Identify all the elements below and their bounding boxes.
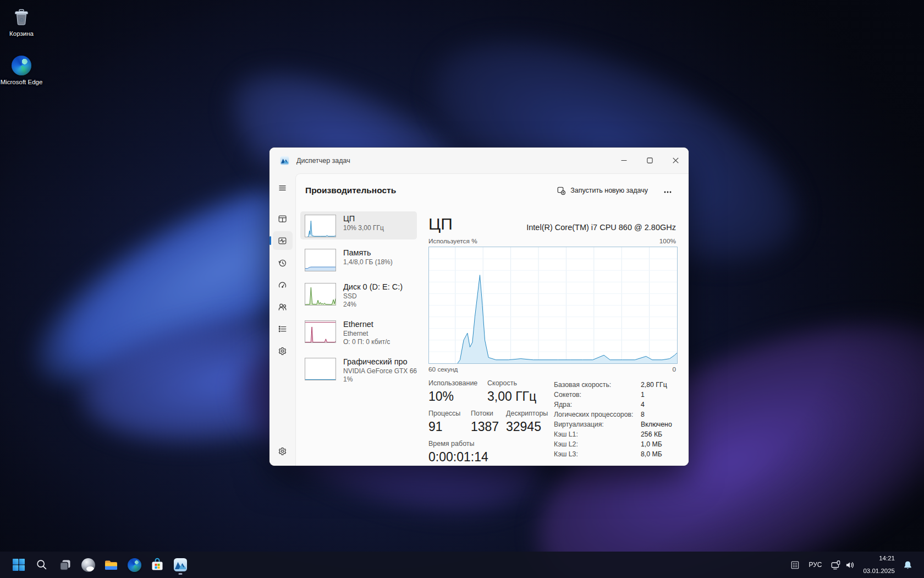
window-titlebar[interactable]: Диспетчер задач: [270, 148, 689, 173]
navigation-rail: [270, 173, 295, 466]
microsoft-store-icon: [150, 558, 164, 572]
cpu-usage-chart: [428, 247, 678, 364]
perf-item-detail: SSD: [343, 292, 403, 301]
taskbar-file-explorer-button[interactable]: [100, 554, 122, 576]
content-header: Производительность Запустить новую задач…: [296, 174, 689, 207]
task-view-icon: [59, 559, 72, 571]
cpu-stats-primary: Использование 10% Скорость 3,00 ГГц: [428, 379, 554, 466]
perf-item-cpu[interactable]: ЦП 10% 3,00 ГГц: [300, 211, 417, 239]
settings-button[interactable]: [273, 441, 293, 460]
performance-icon: [278, 236, 287, 246]
usage-stat: Использование 10%: [428, 379, 487, 405]
cpu-panel-title: ЦП: [428, 215, 453, 233]
svg-text:♻: ♻: [19, 17, 24, 23]
tray-hidden-icons-button[interactable]: [787, 554, 803, 576]
tray-network-volume-button[interactable]: [827, 554, 859, 576]
system-tray: РУС 14:21 03.01.2025: [787, 554, 916, 576]
close-icon: [673, 157, 679, 163]
edge-icon: [128, 558, 141, 572]
nav-startup-apps[interactable]: [273, 275, 293, 294]
recycle-bin-icon: ♻: [11, 7, 32, 28]
logical-processors-row: Логических процессоров:8: [554, 410, 676, 419]
cpu-thumbnail-chart: [305, 215, 336, 237]
taskbar-edge-button[interactable]: [123, 554, 145, 576]
taskbar-task-manager-button[interactable]: [169, 554, 191, 576]
memory-thumbnail-chart: [305, 249, 336, 271]
taskbar-search-button[interactable]: [31, 554, 53, 576]
nav-performance[interactable]: [273, 231, 293, 250]
taskbar-microsoft-store-button[interactable]: [146, 554, 168, 576]
taskbar-task-view-button[interactable]: [54, 554, 76, 576]
base-speed-row: Базовая скорость:2,80 ГГц: [554, 380, 676, 390]
file-explorer-icon: [104, 558, 118, 572]
perf-item-title: Диск 0 (D: E: C:): [343, 282, 403, 292]
time-zero-label: 0: [672, 366, 676, 373]
threads-stat: Потоки 1387: [471, 410, 506, 435]
tray-notification-bell-button[interactable]: [899, 554, 916, 576]
users-icon: [278, 302, 287, 312]
minimize-button[interactable]: [611, 148, 637, 173]
virtualization-row: Виртуализация:Включено: [554, 419, 676, 429]
usage-max-label: 100%: [659, 237, 676, 245]
perf-item-title: Ethernet: [343, 319, 390, 330]
notification-bell-icon: [903, 560, 912, 570]
cpu-detail-panel: ЦП Intel(R) Core(TM) i7 CPU 860 @ 2.80GH…: [428, 211, 676, 466]
cpu-model-name: Intel(R) Core(TM) i7 CPU 860 @ 2.80GHz: [526, 223, 676, 233]
disk-thumbnail-chart: [305, 283, 336, 306]
navigation-menu-button[interactable]: [273, 178, 293, 197]
hidden-icons-grid-icon: [791, 561, 799, 569]
edge-icon: [11, 55, 32, 76]
windows-start-icon: [12, 558, 25, 571]
desktop-icon-edge[interactable]: Microsoft Edge: [0, 55, 43, 86]
new-task-icon: [557, 187, 565, 195]
uptime-stat: Время работы 0:00:01:14: [428, 440, 493, 465]
running-indicator: [179, 573, 183, 575]
sockets-row: Сокетов:1: [554, 390, 676, 400]
ethernet-thumbnail-chart: [305, 320, 336, 343]
nav-app-history[interactable]: [273, 253, 293, 272]
taskbar: РУС 14:21 03.01.2025: [0, 552, 924, 578]
speed-stat: Скорость 3,00 ГГц: [487, 379, 541, 405]
tray-clock-button[interactable]: 14:21 03.01.2025: [859, 554, 899, 576]
hamburger-icon: [278, 183, 287, 193]
performance-metric-list: ЦП 10% 3,00 ГГц Память 1,4/8,0 ГБ (18%): [300, 211, 417, 466]
perf-item-memory[interactable]: Память 1,4/8,0 ГБ (18%): [300, 246, 417, 274]
tray-time: 14:21: [879, 555, 895, 563]
maximize-button[interactable]: [637, 148, 663, 173]
copilot-icon: [81, 558, 95, 572]
nav-users[interactable]: [273, 297, 293, 316]
close-button[interactable]: [663, 148, 689, 173]
perf-item-detail: 24%: [343, 301, 403, 309]
taskbar-start-button[interactable]: [8, 554, 30, 576]
settings-gear-icon: [278, 446, 287, 456]
perf-item-ethernet[interactable]: Ethernet Ethernet О: 0 П: 0 кбит/с: [300, 317, 417, 348]
usage-axis-label: Используется %: [428, 237, 477, 245]
l3-cache-row: Кэш L3:8,0 МБ: [554, 449, 676, 459]
minimize-icon: [621, 157, 627, 163]
nav-processes[interactable]: [273, 209, 293, 228]
details-icon: [278, 324, 287, 334]
tray-language-button[interactable]: РУС: [803, 554, 827, 576]
tray-date: 03.01.2025: [863, 568, 895, 575]
run-new-task-button[interactable]: Запустить новую задачу: [552, 183, 653, 199]
maximize-icon: [647, 157, 653, 163]
task-manager-window: Диспетчер задач: [270, 148, 689, 466]
services-icon: [278, 346, 287, 356]
task-manager-app-icon: [280, 156, 289, 165]
perf-item-detail: 1,4/8,0 ГБ (18%): [343, 258, 393, 266]
window-title: Диспетчер задач: [296, 157, 350, 165]
perf-item-disk-0[interactable]: Диск 0 (D: E: C:) SSD 24%: [300, 280, 417, 311]
app-history-icon: [278, 258, 287, 268]
perf-item-gpu[interactable]: Графический про NVIDIA GeForce GTX 66 1%: [300, 355, 417, 386]
task-manager-icon: [173, 558, 188, 572]
nav-details[interactable]: [273, 319, 293, 338]
perf-item-detail: 10% 3,00 ГГц: [343, 224, 384, 232]
more-options-button[interactable]: [659, 183, 676, 199]
startup-apps-icon: [278, 280, 287, 290]
taskbar-copilot-button[interactable]: [77, 554, 99, 576]
perf-item-title: Память: [343, 248, 393, 258]
desktop-icon-recycle-bin[interactable]: ♻ Корзина: [0, 7, 43, 38]
perf-item-detail: Ethernet: [343, 330, 390, 338]
nav-services[interactable]: [273, 341, 293, 360]
perf-item-title: Графический про: [343, 357, 413, 367]
